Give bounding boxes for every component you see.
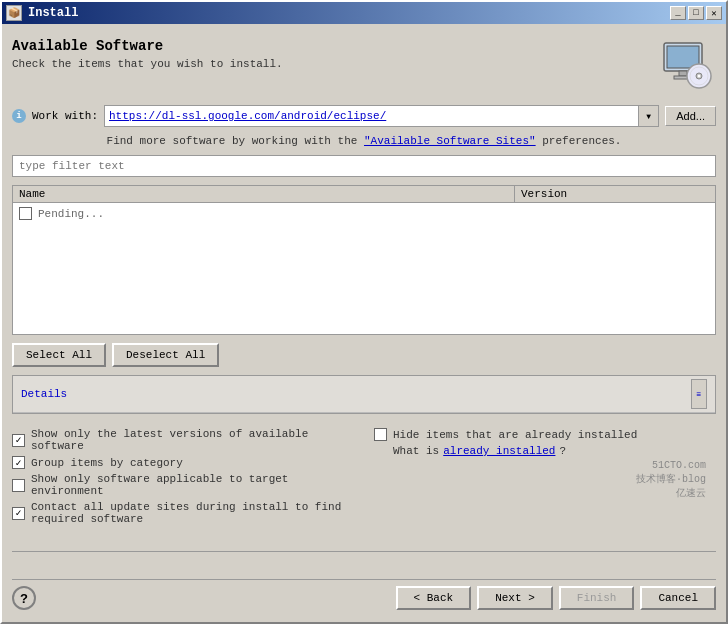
option-label-4: Contact all update sites during install …	[31, 501, 354, 525]
column-name: Name	[13, 186, 515, 202]
title-bar: 📦 Install _ □ ✕	[2, 2, 726, 24]
page-title: Available Software	[12, 38, 283, 54]
close-button[interactable]: ✕	[706, 6, 722, 20]
details-header: Details ≡	[13, 376, 715, 413]
minimize-button[interactable]: _	[670, 6, 686, 20]
option-label-2: Group items by category	[31, 457, 183, 469]
item-checkbox[interactable]	[19, 207, 32, 220]
option-checkbox-4[interactable]	[12, 507, 25, 520]
what-is-suffix: ?	[559, 445, 566, 457]
help-button[interactable]: ?	[12, 586, 36, 610]
option-checkbox-2[interactable]	[12, 456, 25, 469]
sites-row: Find more software by working with the "…	[12, 135, 716, 147]
sites-suffix: preferences.	[536, 135, 622, 147]
title-bar-content: 📦 Install	[6, 5, 78, 21]
cancel-button[interactable]: Cancel	[640, 586, 716, 610]
option-item-1: Show only the latest versions of availab…	[12, 428, 354, 452]
add-button[interactable]: Add...	[665, 106, 716, 126]
maximize-button[interactable]: □	[688, 6, 704, 20]
what-is-row: What is already installed?	[374, 445, 716, 457]
option-label-3: Show only software applicable to target …	[31, 473, 354, 497]
option-label-1: Show only the latest versions of availab…	[31, 428, 354, 452]
header-left: Available Software Check the items that …	[12, 38, 283, 70]
title-controls: _ □ ✕	[670, 6, 722, 20]
option-item-3: Show only software applicable to target …	[12, 473, 354, 497]
filter-input[interactable]	[12, 155, 716, 177]
watermark-line1: 51CTO.com	[636, 459, 706, 473]
deselect-all-button[interactable]: Deselect All	[112, 343, 219, 367]
url-dropdown: ▼	[104, 105, 659, 127]
window-title: Install	[28, 6, 78, 20]
option-item-4: Contact all update sites during install …	[12, 501, 354, 525]
svg-point-7	[697, 74, 700, 77]
column-version: Version	[515, 186, 715, 202]
header-icon	[656, 38, 716, 93]
watermark: 51CTO.com 技术博客·blog 亿速云	[636, 459, 706, 501]
work-with-row: i Work with: ▼ Add...	[12, 105, 716, 127]
details-section: Details ≡	[12, 375, 716, 414]
option-item-r1: Hide items that are already installed	[374, 428, 716, 441]
item-label: Pending...	[38, 208, 104, 220]
list-header: Name Version	[13, 186, 715, 203]
option-checkbox-1[interactable]	[12, 434, 25, 447]
option-label-r1: Hide items that are already installed	[393, 429, 637, 441]
options-left: Show only the latest versions of availab…	[12, 428, 354, 525]
options-section: Show only the latest versions of availab…	[12, 422, 716, 531]
install-window: 📦 Install _ □ ✕ Available Software Check…	[0, 0, 728, 624]
info-icon: i	[12, 109, 26, 123]
header-section: Available Software Check the items that …	[12, 34, 716, 97]
next-button[interactable]: Next >	[477, 586, 553, 610]
software-list: Name Version Pending...	[12, 185, 716, 335]
cd-monitor-icon	[659, 41, 714, 91]
option-checkbox-r1[interactable]	[374, 428, 387, 441]
watermark-line3: 亿速云	[636, 487, 706, 501]
what-is-prefix: What is	[393, 445, 439, 457]
window-icon: 📦	[6, 5, 22, 21]
finish-button[interactable]: Finish	[559, 586, 635, 610]
details-scrollbar[interactable]: ≡	[691, 379, 707, 409]
already-installed-link[interactable]: already installed	[443, 445, 555, 457]
dropdown-arrow[interactable]: ▼	[638, 106, 658, 126]
bottom-buttons: ? < Back Next > Finish Cancel	[12, 579, 716, 612]
list-item: Pending...	[13, 203, 715, 224]
bottom-divider	[12, 551, 716, 552]
nav-buttons: < Back Next > Finish Cancel	[396, 586, 716, 610]
sites-prefix: Find more software by working with the	[107, 135, 364, 147]
page-subtitle: Check the items that you wish to install…	[12, 58, 283, 70]
back-button[interactable]: < Back	[396, 586, 472, 610]
main-content: Available Software Check the items that …	[2, 24, 726, 622]
watermark-line2: 技术博客·blog	[636, 473, 706, 487]
details-label: Details	[21, 388, 67, 400]
url-input[interactable]	[105, 110, 638, 122]
svg-rect-2	[679, 71, 687, 76]
work-with-label: Work with:	[32, 110, 98, 122]
available-software-sites-link[interactable]: "Available Software Sites"	[364, 135, 536, 147]
option-checkbox-3[interactable]	[12, 479, 25, 492]
select-buttons-row: Select All Deselect All	[12, 343, 716, 367]
select-all-button[interactable]: Select All	[12, 343, 106, 367]
option-item-2: Group items by category	[12, 456, 354, 469]
